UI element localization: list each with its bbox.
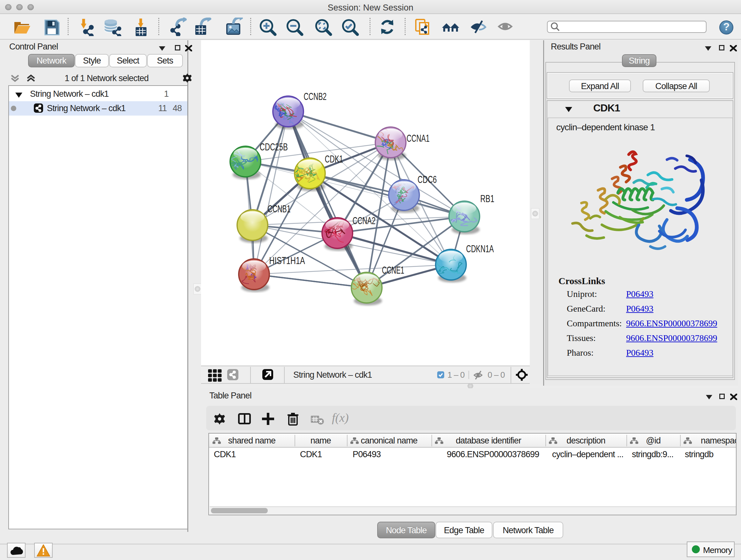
svg-text:CCNB2: CCNB2: [304, 91, 327, 102]
svg-text:CCNB1: CCNB1: [268, 203, 291, 214]
svg-text:CDKN1A: CDKN1A: [466, 243, 494, 254]
svg-text:CDC6: CDC6: [418, 174, 437, 185]
svg-text:RB1: RB1: [480, 193, 494, 204]
svg-text:CDC25B: CDC25B: [260, 141, 288, 152]
svg-text:CCNE1: CCNE1: [382, 265, 404, 275]
svg-text:CCNA2: CCNA2: [353, 215, 376, 226]
svg-text:CDK1: CDK1: [325, 153, 343, 165]
svg-text:CCNA1: CCNA1: [407, 133, 429, 144]
svg-text:HIST1H1A: HIST1H1A: [269, 255, 305, 266]
